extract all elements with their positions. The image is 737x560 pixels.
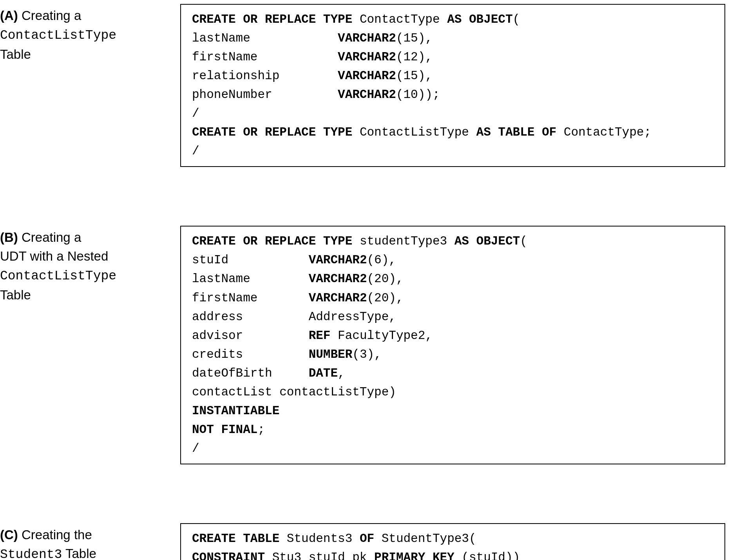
section-a-letter: (A): [0, 8, 18, 23]
section-b-label: (B) Creating aUDT with a NestedContactLi…: [0, 226, 180, 304]
section-b: (B) Creating aUDT with a NestedContactLi…: [0, 226, 725, 464]
section-a-code-col: CREATE OR REPLACE TYPE ContactType AS OB…: [180, 4, 725, 167]
section-c: (C) Creating theStudent3 TableContaining…: [0, 523, 725, 560]
section-b-letter: (B): [0, 230, 18, 245]
section-c-label-text: Creating theStudent3 TableContaining a N…: [0, 527, 120, 560]
section-a: (A) Creating aContactListTypeTable CREAT…: [0, 4, 725, 167]
section-c-code-col: CREATE TABLE Students3 OF StudentType3( …: [180, 523, 725, 560]
section-c-letter: (C): [0, 527, 18, 542]
section-a-code: CREATE OR REPLACE TYPE ContactType AS OB…: [180, 4, 725, 167]
page: (A) Creating aContactListTypeTable CREAT…: [0, 0, 737, 560]
section-a-label: (A) Creating aContactListTypeTable: [0, 4, 180, 64]
section-b-code-col: CREATE OR REPLACE TYPE studentType3 AS O…: [180, 226, 725, 464]
section-b-code: CREATE OR REPLACE TYPE studentType3 AS O…: [180, 226, 725, 464]
section-c-code: CREATE TABLE Students3 OF StudentType3( …: [180, 523, 725, 560]
section-c-label: (C) Creating theStudent3 TableContaining…: [0, 523, 180, 560]
